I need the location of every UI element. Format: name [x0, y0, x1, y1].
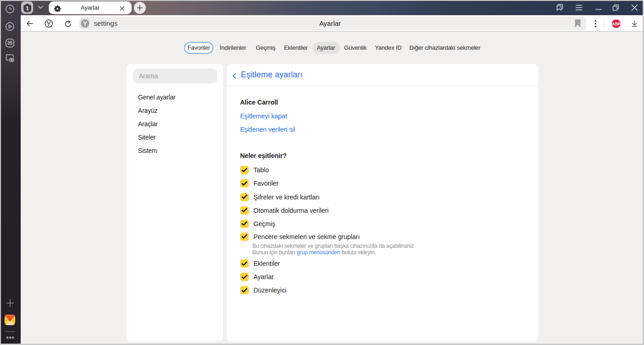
svg-text:35: 35: [7, 41, 13, 46]
svg-text:ABP: ABP: [612, 22, 621, 26]
svg-text:1: 1: [26, 5, 29, 11]
